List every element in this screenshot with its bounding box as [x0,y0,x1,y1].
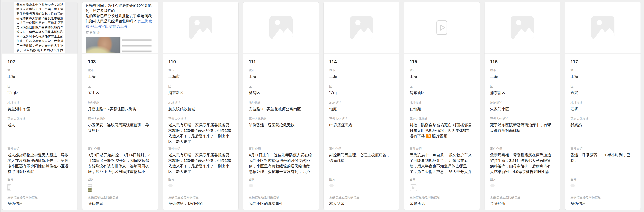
field-label-event: 事件介绍 [490,147,554,151]
field-value-district: 宝山 [329,90,394,96]
field-label-city: 城市 [490,68,554,72]
field-label-deceased: 死者大体描述 [329,117,394,121]
field-label-city: 城市 [410,68,474,72]
field-label-image: 图片 [329,177,394,182]
attachment-thumbnail-placeholder[interactable] [249,184,253,187]
field-value-event: 昏迷，呼吸微弱，120半小时到，已晚。 [570,152,635,175]
weibo-translate-link[interactable]: 查看翻译 [86,30,155,35]
weibo-photo-article-screenshot [120,37,154,54]
record-card[interactable]: 117 城市 上海 区 嘉定 地址描述 江桥 死者大体描述 我奶奶 事件介绍 昏… [565,2,641,210]
card-attachment-preview[interactable] [324,2,399,54]
card-attachment-preview[interactable]: 分左右联系上中华西居委会，通过微信语音确认了这一事实。由于需要保护患者家属的隐私… [2,2,78,54]
field-label-image: 图片 [168,177,233,182]
record-card[interactable]: 111 城市 上海 区 杨浦区 地址描述 安波路265弄兰花教师公寓南区 死者大… [243,2,319,210]
card-board: 分左右联系上中华西居委会，通过微信语音确认了这一事实。由于需要保护患者家属的隐私… [2,2,641,210]
attachment-thumbnail-placeholder[interactable] [570,184,575,187]
field-value-city: 上海市 [168,74,233,79]
attachment-thumbnail-row [88,184,152,192]
photo-placeholder-icon [508,13,537,42]
field-value-deceased: 老人 [8,122,72,145]
deceased-text: 死于浦东医院新冠隔离治疗中，有肾衰高血压封基础病 [490,123,551,133]
card-attachment-preview[interactable] [243,2,319,54]
field-value-deceased: 65岁癌症患者 [329,122,394,145]
attachment-thumbnail[interactable] [8,184,11,190]
card-fields: 116 城市 上海 区 浦东新区 地址描述 朱家门小区 死者大体描述 死于浦东医… [484,59,560,206]
field-value-direct-or-indirect: 身边信息，我们楼的 [168,201,233,206]
attachment-thumbnail[interactable] [88,184,92,192]
record-card[interactable]: 114 城市 上海 区 宝山 地址描述 铂庭 死者大体描述 65岁癌症患者 事件… [324,2,400,210]
field-label-city: 城市 [88,68,152,72]
window-edge-scrollbar[interactable] [0,0,1,212]
attachment-thumbnail-placeholder[interactable] [490,184,494,187]
field-value-direct-or-indirect: 本人父亲 [329,201,394,206]
record-id: 114 [329,59,394,65]
field-label-city: 城市 [8,68,72,72]
card-attachment-preview[interactable] [484,2,560,54]
field-label-event: 事件介绍 [410,147,474,151]
attachment-thumbnail-row [249,184,313,192]
field-value-address: 丹霞山路257弄馨佳园八街坊 [88,106,152,112]
card-fields: 110 城市 上海市 区 浦东新区 地址描述 航头镇鹤沙航城 死者大体描述 老人… [163,59,238,206]
card-attachment-preview[interactable]: 运输有时间，为什么跟居委会的60的菜能到，还好多是烂的 别的区都已经分发过几批物… [82,2,158,54]
deceased-text: 晕倒昏迷，送医院抢救无效 [249,123,294,127]
field-label-district: 区 [88,85,152,89]
field-label-district: 区 [490,85,554,89]
field-label-image: 图片 [88,177,152,182]
card-fields: 108 城市 上海 区 宝山区 地址描述 丹霞山路257弄馨佳园八街坊 死者大体… [82,59,158,206]
field-value-city: 上海 [88,74,152,79]
attachment-thumbnail-row [8,184,72,192]
field-value-address: 铂庭 [329,106,394,112]
attachment-thumbnail-placeholder[interactable] [168,184,173,187]
deceased-text: 老人 [8,123,15,127]
field-value-address: 安波路265弄兰花教师公寓南区 [249,106,313,112]
record-card[interactable]: 115 城市 上海 区 浦东新区 地址描述 仁怡苑 死者大体描述 封控，跳楼自杀… [404,2,480,210]
field-label-address: 地址描述 [8,101,72,105]
field-value-deceased: 死于浦东医院新冠隔离治疗中，有肾衰高血压封基础病 [490,122,554,145]
field-value-district: 浦东新区 [410,90,474,96]
record-card[interactable]: 运输有时间，为什么跟居委会的60的菜能到，还好多是烂的 别的区都已经分发过几批物… [82,2,158,210]
field-value-event: 父亲周嘉祖，肾衰且瘫痪在床靠血透维持生命，3.21住进第七人民医院肾病科治疗，由… [490,152,554,175]
attachment-thumbnail-row [490,184,554,192]
field-label-address: 地址描述 [168,101,233,105]
field-value-direct-or-indirect: 亲身经历 [490,201,554,206]
attachment-thumbnail-row [168,184,233,192]
field-value-direct-or-indirect: 我们小区的真实事件 [249,201,313,206]
record-card[interactable]: 116 城市 上海 区 浦东新区 地址描述 朱家门小区 死者大体描述 死于浦东医… [484,2,560,210]
field-value-event: 3月9日起开始封控，3月14日解封。3月23日又一轮封控开始，期间这位保安始终没… [88,152,152,175]
field-label-deceased: 死者大体描述 [410,117,474,121]
field-value-city: 上海 [490,74,554,79]
field-label-direct-or-indirect: 直接信息还是间接信息 [249,195,313,199]
field-label-event: 事件介绍 [88,147,152,151]
card-attachment-preview[interactable] [565,2,640,54]
attachment-thumbnail-placeholder[interactable] [329,184,334,187]
card-attachment-preview[interactable] [404,2,480,54]
field-value-city: 上海 [8,74,72,79]
weibo-photos [86,37,155,54]
field-value-direct-or-indirect: 身边信息 [8,201,72,206]
field-value-deceased: 小区保安，连续两周高强度值班，导致猝死 [88,122,152,145]
field-label-district: 区 [168,85,233,89]
field-label-city: 城市 [168,68,233,72]
field-label-direct-or-indirect: 直接信息还是间接信息 [329,195,394,199]
field-value-city: 上海 [570,74,635,79]
field-label-image: 图片 [570,177,635,182]
card-attachment-preview[interactable] [163,2,238,54]
field-value-event: 老人患有哮喘，家属联系居委报备要求就医，12345也表示尽快，但是120依然来不… [168,152,233,175]
field-value-event: 封控期间因生理、心理上极度痛苦，选择跳楼 [329,152,394,175]
field-label-city: 城市 [329,68,394,72]
deceased-text: 我奶奶 [570,123,582,127]
field-label-deceased: 死者大体描述 [88,117,152,121]
record-card[interactable]: 110 城市 上海市 区 浦东新区 地址描述 航头镇鹤沙航城 死者大体描述 老人… [162,2,238,210]
attachment-video-thumbnail[interactable] [410,184,417,191]
field-label-direct-or-indirect: 直接信息还是间接信息 [570,195,635,199]
card-fields: 114 城市 上海 区 宝山 地址描述 铂庭 死者大体描述 65岁癌症患者 事件… [324,59,399,206]
field-value-district: 宝山区 [8,90,72,96]
field-value-event: 4月11日上午，这位消毒防疫人员在给我们小区封控楼做消杀的时候突然晕倒，小区里有… [249,152,313,175]
field-value-deceased: 老人患有哮喘，家属联系居委报备要求就医，12345也表示尽快，但是120依然来不… [168,122,233,145]
field-label-image: 图片 [249,177,313,182]
record-id: 115 [410,59,474,65]
card-fields: 117 城市 上海 区 嘉定 地址描述 江桥 死者大体描述 我奶奶 事件介绍 昏… [565,59,640,206]
record-id: 108 [88,59,152,65]
field-label-image: 图片 [410,177,474,182]
record-card[interactable]: 分左右联系上中华西居委会，通过微信语音确认了这一事实。由于需要保护患者家属的隐私… [2,2,78,210]
